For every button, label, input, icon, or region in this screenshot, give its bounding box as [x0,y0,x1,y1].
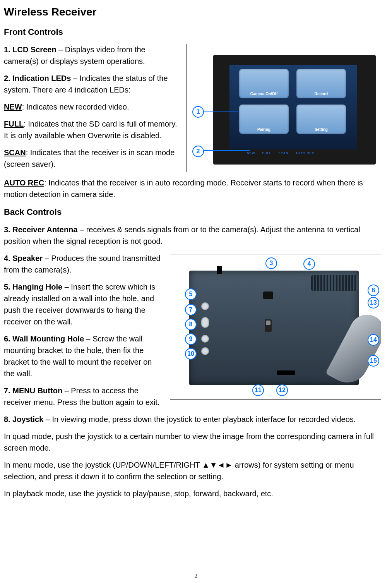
item-new-label: NEW [4,103,22,111]
power-switch-icon [265,319,272,332]
section-front-controls: Front Controls [4,26,381,38]
speaker-grille [311,275,358,291]
hanging-hole [263,292,273,299]
item-scan-text: : Indicates that the receiver is in scan… [4,148,175,168]
callout-3: 3 [265,257,277,269]
item-full-label: FULL [4,120,24,128]
callout-12: 12 [276,384,288,396]
item-joystick: 8. Joystick – In viewing mode, press dow… [4,413,381,425]
item-menu-button-label: 7. MENU Button [4,386,62,395]
section-back-controls: Back Controls [4,206,381,218]
item-wall-mount-label: 6. Wall Mounting Hole [4,334,84,343]
item-lcd-label: 1. LCD Screen [4,45,56,54]
callout-13: 13 [368,297,379,309]
callout-4: 4 [303,258,315,270]
callout-6: 6 [368,285,379,296]
menu-tile-camera-onoff: Camera On/Off [239,69,289,98]
item-joystick-text: – In viewing mode, press down the joysti… [43,415,356,424]
item-joystick-label: 8. Joystick [4,415,43,424]
item-joystick-p4: In playback mode, use the joystick to pl… [4,488,381,499]
sd-slot [277,370,295,375]
led-new: NEW [247,151,255,156]
item-autorec: AUTO REC: Indicates that the receiver is… [4,177,381,200]
item-autorec-text: : Indicates that the receiver is in auto… [4,178,363,199]
item-new-text: : Indicates new recorded video. [22,103,129,111]
figure-back-view: 3 4 5 6 7 8 9 10 11 12 13 14 15 [170,254,381,400]
item-autorec-label: AUTO REC [4,178,44,187]
stand-illustration [324,312,381,390]
volume-up-icon [201,335,209,343]
callout-2: 2 [192,146,204,157]
callout-8: 8 [185,319,197,330]
callout-11: 11 [252,384,264,396]
item-antenna: 3. Receiver Antenna – receives & sends s… [4,224,381,247]
menu-tile-setting: Setting [296,105,346,134]
item-joystick-p2: In quad mode, push the joystick to a cer… [4,430,381,454]
led-scan: SCAN [278,151,288,156]
menu-button-icon [201,302,209,310]
volume-down-icon [201,347,209,355]
callout-lead-2 [203,150,250,151]
item-speaker-label: 4. Speaker [4,254,43,262]
callout-5: 5 [185,288,197,300]
callout-15: 15 [368,355,379,367]
item-hanging-hole-label: 5. Hanging Hole [4,283,62,291]
menu-tile-record: Record [296,69,346,98]
page-number: 2 [0,571,392,581]
antenna-stub [217,266,222,274]
item-joystick-p3: In menu mode, use the joystick (UP/DOWN/… [4,459,381,482]
page-title: Wireless Receiver [4,4,381,20]
item-antenna-label: 3. Receiver Antenna [4,225,77,234]
callout-10: 10 [185,348,197,360]
menu-tile-pairing: Pairing [239,105,289,134]
led-full: FULL [262,151,272,156]
callout-7: 7 [185,304,197,316]
item-full-text: : Indicates that the SD card is full of … [4,120,177,140]
callout-14: 14 [368,334,379,346]
led-bar: NEW FULL SCAN AUTO REC [247,151,359,156]
item-leds-label: 2. Indication LEDs [4,74,71,82]
led-autorec: AUTO REC [295,151,314,156]
callout-9: 9 [185,333,197,345]
joystick-icon [201,317,209,328]
callout-lead-1 [203,111,238,111]
callout-1: 1 [192,106,204,118]
figure-front-view: Camera On/Off Record Pairing Setting NEW… [187,44,381,172]
item-scan-label: SCAN [4,148,26,157]
